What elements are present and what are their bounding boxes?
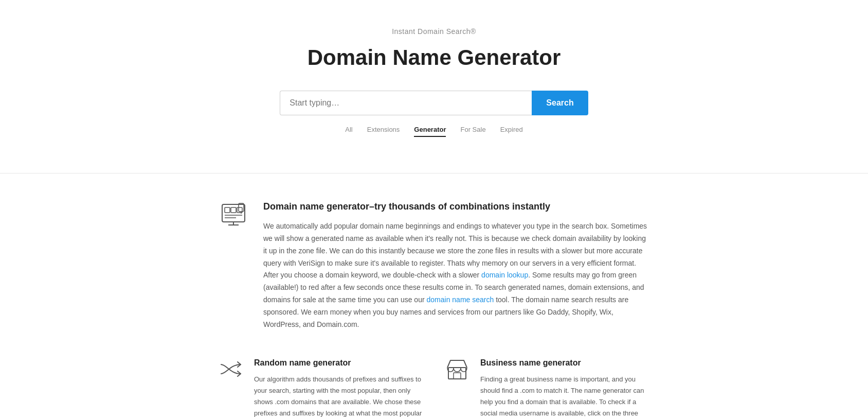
svg-rect-1 [225,207,230,213]
svg-rect-11 [448,368,466,379]
main-feature-content: Domain name generator–try thousands of c… [263,199,650,331]
svg-rect-12 [454,373,461,379]
business-feature-content: Business name generator Finding a great … [480,356,650,417]
content-section: Domain name generator–try thousands of c… [203,173,665,417]
page-title: Domain Name Generator [10,40,858,75]
main-feature-title: Domain name generator–try thousands of c… [263,199,650,214]
header: Instant Domain Search® Domain Name Gener… [0,0,868,158]
random-feature-block: Random name generator Our algorithm adds… [218,356,424,417]
business-feature-block: Business name generator Finding a great … [444,356,650,417]
search-button[interactable]: Search [532,91,588,115]
tab-all[interactable]: All [345,125,352,137]
main-feature-body: We automatically add popular domain name… [263,220,650,331]
random-generator-icon [218,356,244,382]
main-feature-block: Domain name generator–try thousands of c… [218,199,650,331]
domain-generator-icon [218,199,249,230]
random-feature-body: Our algorithm adds thousands of prefixes… [254,374,424,417]
tab-generator[interactable]: Generator [414,125,446,137]
tab-expired[interactable]: Expired [500,125,523,137]
search-input[interactable] [280,91,532,115]
random-feature-title: Random name generator [254,356,424,370]
brand-name: Instant Domain Search® [10,26,858,37]
business-generator-icon [444,356,470,382]
two-col-grid: Random name generator Our algorithm adds… [218,356,650,417]
domain-name-search-link[interactable]: domain name search [427,296,494,304]
business-feature-body: Finding a great business name is importa… [480,374,650,417]
tab-extensions[interactable]: Extensions [367,125,400,137]
nav-tabs: All Extensions Generator For Sale Expire… [10,125,858,137]
random-feature-content: Random name generator Our algorithm adds… [254,356,424,417]
svg-rect-2 [231,207,236,213]
domain-lookup-link[interactable]: domain lookup [481,271,528,279]
tab-for-sale[interactable]: For Sale [460,125,485,137]
business-feature-title: Business name generator [480,356,650,370]
search-bar-container: Search [10,91,858,115]
